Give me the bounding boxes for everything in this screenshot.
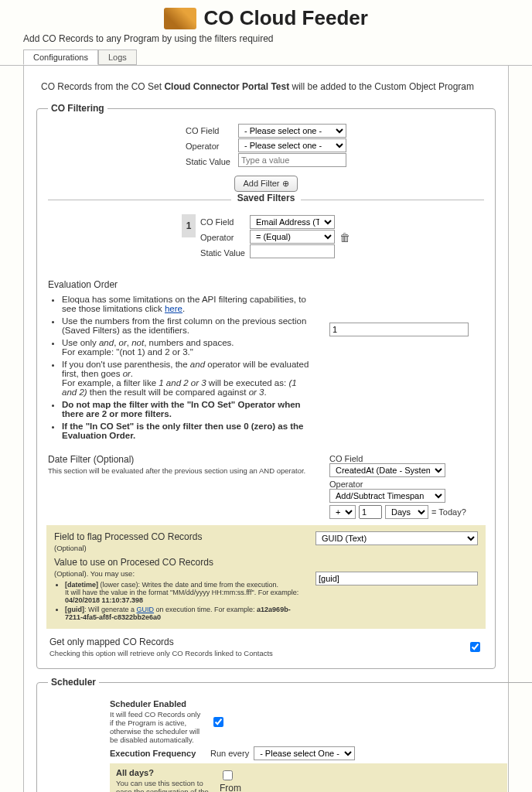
- timespan-number[interactable]: [359, 505, 382, 519]
- delete-filter-icon[interactable]: 🗑: [339, 231, 350, 244]
- static-value-input[interactable]: [238, 153, 346, 167]
- saved-field-select[interactable]: Email Address (Text): [250, 215, 335, 229]
- get-only-label: Get only mapped CO Records: [49, 637, 273, 647]
- operator-select[interactable]: - Please select one -: [238, 138, 346, 152]
- limitations-link[interactable]: here: [165, 304, 182, 313]
- tab-configurations[interactable]: Configurations: [23, 50, 98, 65]
- flag-value-input[interactable]: [315, 572, 478, 585]
- get-only-checkbox[interactable]: [470, 642, 480, 652]
- freq-select[interactable]: - Please select One -: [254, 746, 355, 760]
- intro-text: CO Records from the CO Set Cloud Connect…: [41, 81, 496, 92]
- all-days-checkbox[interactable]: [223, 770, 233, 780]
- sched-enabled-label: Scheduler Enabled: [110, 699, 203, 708]
- saved-op-select[interactable]: = (Equal): [250, 230, 335, 244]
- co-field-select[interactable]: - Please select one -: [238, 124, 346, 138]
- add-filter-button[interactable]: Add Filter ⊕: [234, 176, 297, 192]
- tab-logs[interactable]: Logs: [98, 50, 137, 65]
- scheduler-fieldset: Scheduler Scheduler Enabled It will feed…: [36, 677, 532, 792]
- flag-field-select[interactable]: GUID (Text): [315, 531, 478, 545]
- lbl-operator: Operator: [186, 138, 230, 154]
- eval-order-input[interactable]: [329, 323, 469, 336]
- date-filter-label: Date Filter (Optional): [48, 454, 311, 465]
- eval-notes: Eloqua has some limitations on the API f…: [62, 295, 311, 440]
- co-filtering-legend: CO Filtering: [48, 103, 107, 114]
- lbl-co-field: CO Field: [186, 123, 230, 138]
- co-filtering-fieldset: CO Filtering CO Field Operator Static Va…: [36, 103, 496, 669]
- date-filter-note: This section will be evaluated after the…: [48, 466, 311, 475]
- saved-static-input[interactable]: [250, 244, 335, 258]
- pm-select[interactable]: +: [329, 505, 356, 519]
- flag-value-heading: Value to use on Procesed CO Records: [54, 557, 300, 568]
- sched-enabled-checkbox[interactable]: [213, 717, 223, 727]
- logo: [164, 8, 196, 29]
- filter-index: 1: [182, 214, 196, 237]
- unit-select[interactable]: Days: [385, 505, 428, 519]
- page-title: CO Cloud Feeder: [203, 6, 367, 30]
- flag-field-heading: Field to flag Processed CO Records: [54, 531, 300, 542]
- subtitle: Add CO Records to any Program by using t…: [0, 32, 532, 49]
- saved-filters-heading: Saved Filters: [231, 193, 302, 203]
- eval-order-heading: Evaluation Order: [48, 279, 311, 290]
- lbl-static: Static Value: [186, 154, 230, 169]
- date-op-select[interactable]: Add/Subtract Timespan: [329, 489, 445, 503]
- date-co-field-select[interactable]: CreatedAt (Date - System): [329, 463, 445, 477]
- scheduler-legend: Scheduler: [48, 677, 99, 688]
